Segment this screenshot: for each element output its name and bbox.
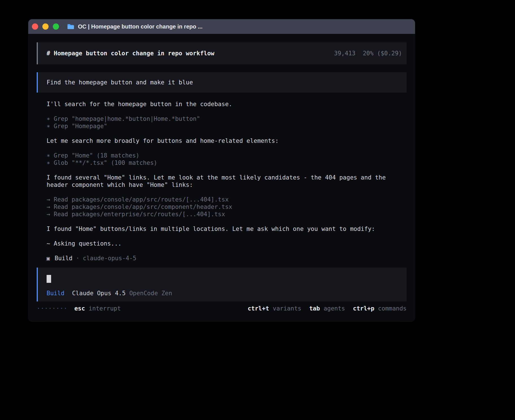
interrupt-key: esc — [74, 305, 85, 312]
prompt-input[interactable]: Build Claude Opus 4.5 OpenCode Zen — [37, 268, 407, 301]
session-title: # Homepage button color change in repo w… — [47, 50, 214, 57]
agent-icon: ▣ — [47, 255, 50, 262]
tool-call-read: → Read packages/console/app/src/routes/[… — [47, 196, 397, 203]
provider-name: OpenCode Zen — [129, 290, 172, 297]
zoom-button[interactable] — [53, 23, 59, 30]
assistant-response: I'll search for the homepage button in t… — [37, 100, 397, 262]
folder-icon — [67, 23, 75, 30]
hint-variants: ctrl+t variants — [248, 305, 301, 312]
window-controls — [32, 23, 59, 30]
hint-commands: ctrl+p commands — [353, 305, 407, 312]
session-stats: 39,413 20% ($0.29) — [334, 50, 402, 57]
assistant-text: I'll search for the homepage button in t… — [47, 100, 397, 108]
agent-status-line: ▣ Build · claude-opus-4-5 — [47, 255, 397, 262]
tool-call-group: ∗ Grep "homepage|home.*button|Home.*butt… — [47, 115, 397, 130]
hint-label: agents — [324, 305, 345, 312]
hint-agents: tab agents — [309, 305, 345, 312]
hint-label: variants — [273, 305, 301, 312]
agent-separator: · — [76, 255, 80, 262]
tool-call-group: → Read packages/console/app/src/routes/[… — [47, 196, 397, 218]
hint-label: commands — [378, 305, 407, 312]
session-header: # Homepage button color change in repo w… — [37, 42, 407, 64]
model-name: Claude Opus 4.5 — [72, 290, 126, 297]
window-title: OC | Homepage button color change in rep… — [78, 23, 202, 30]
agent-name: Build — [54, 255, 72, 262]
interrupt-hint: ········ esc interrupt — [37, 305, 121, 312]
tool-call-read: → Read packages/enterprise/src/routes/[.… — [47, 211, 397, 218]
context-cost: 20% ($0.29) — [363, 50, 402, 57]
user-message: Find the homepage button and make it blu… — [37, 72, 407, 93]
terminal-content: # Homepage button color change in repo w… — [28, 34, 415, 312]
spinner-dots: ········ — [37, 305, 67, 312]
close-button[interactable] — [32, 23, 38, 30]
window-titlebar[interactable]: OC | Homepage button color change in rep… — [28, 19, 415, 34]
token-count: 39,413 — [334, 50, 355, 57]
terminal-window: OC | Homepage button color change in rep… — [28, 19, 415, 322]
text-cursor — [47, 275, 51, 283]
tool-call-read: → Read packages/console/app/src/componen… — [47, 203, 397, 211]
assistant-text: I found "Home" buttons/links in multiple… — [47, 225, 397, 233]
status-bar: ········ esc interrupt ctrl+t variants t… — [37, 305, 407, 312]
tool-call-grep: ∗ Grep "Home" (18 matches) — [47, 152, 397, 159]
hint-key: tab — [309, 305, 320, 312]
hint-key: ctrl+t — [248, 305, 269, 312]
input-meta: Build Claude Opus 4.5 OpenCode Zen — [47, 290, 407, 297]
user-message-text: Find the homepage button and make it blu… — [47, 79, 193, 86]
hint-key: ctrl+p — [353, 305, 374, 312]
tool-call-group: ∗ Grep "Home" (18 matches) ∗ Glob "**/*.… — [47, 152, 397, 167]
minimize-button[interactable] — [42, 23, 49, 30]
interrupt-label: interrupt — [89, 305, 121, 312]
working-status: ~ Asking questions... — [47, 240, 397, 247]
assistant-text: I found several "Home" links. Let me loo… — [47, 174, 397, 189]
agent-mode-label[interactable]: Build — [47, 290, 64, 297]
tool-call-grep: ∗ Grep "Homepage" — [47, 123, 397, 130]
agent-model: claude-opus-4-5 — [83, 255, 136, 262]
assistant-text: Let me search more broadly for buttons a… — [47, 137, 397, 145]
tool-call-glob: ∗ Glob "**/*.tsx" (100 matches) — [47, 159, 397, 167]
tool-call-grep: ∗ Grep "homepage|home.*button|Home.*butt… — [47, 115, 397, 123]
desktop-background: OC | Homepage button color change in rep… — [0, 0, 515, 420]
keyboard-hints: ctrl+t variants tab agents ctrl+p comman… — [248, 305, 407, 312]
